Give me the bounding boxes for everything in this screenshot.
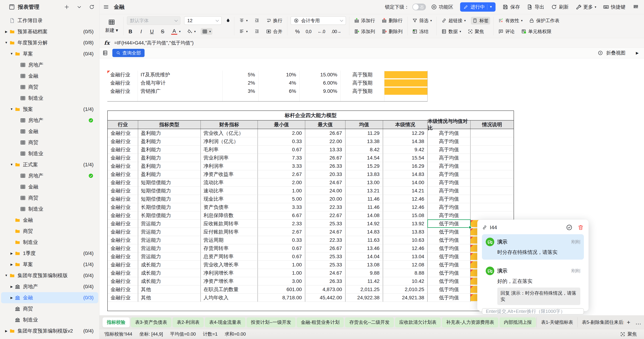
sidebar-item-制造业[interactable]: 制造业 — [1, 203, 98, 215]
column-header[interactable]: 均值 — [346, 120, 383, 129]
cell[interactable]: 9.88 — [346, 269, 383, 277]
refresh-tree-icon[interactable] — [89, 4, 95, 10]
cell[interactable]: 12.46 — [383, 203, 428, 211]
font-color-button[interactable]: A▾ — [170, 27, 182, 35]
cell[interactable]: 速动比率 — [201, 187, 258, 195]
cell[interactable]: 20.33 — [305, 170, 346, 178]
cell[interactable]: 营运能力 — [138, 236, 201, 244]
note-cell[interactable] — [470, 211, 514, 219]
cell[interactable]: 5% — [223, 71, 258, 79]
cell[interactable]: 6.00% — [300, 79, 340, 87]
cell[interactable]: 金融行业 — [108, 137, 138, 145]
column-header[interactable]: 指标类型 — [138, 120, 201, 129]
cell[interactable]: 26.33 — [305, 277, 346, 285]
tree-caret-icon[interactable]: ▶ — [8, 285, 15, 289]
freeze-button[interactable]: 冻结 — [411, 28, 430, 35]
cell[interactable]: 盈利能力 — [138, 137, 201, 145]
cell[interactable]: 高于均值 — [428, 170, 470, 178]
sidebar-item-商贸[interactable]: 商贸 — [1, 303, 98, 314]
cell[interactable]: 金融行业 — [108, 170, 138, 178]
cell[interactable]: 5.00 — [258, 195, 305, 203]
column-header[interactable]: 本级情况与均值对比 — [428, 120, 470, 129]
cell[interactable]: 0.33 — [258, 236, 305, 244]
tree-caret-icon[interactable]: ▼ — [8, 107, 15, 111]
cell[interactable]: 低于均值 — [428, 228, 470, 236]
cell[interactable]: 毛利率 — [201, 146, 258, 154]
cell[interactable]: 2,011.25 — [346, 285, 383, 293]
tree-caret-icon[interactable]: ▼ — [8, 52, 15, 56]
add-row-button[interactable]: 添加行 — [352, 17, 376, 24]
focus-button[interactable]: 聚焦 — [466, 28, 486, 35]
cell[interactable]: 14.54 — [346, 154, 383, 162]
data-button[interactable]: 数据▾ — [440, 28, 462, 35]
query-panel-icon[interactable] — [102, 50, 108, 56]
cell[interactable]: 3.33 — [258, 162, 305, 170]
cell[interactable]: 24,921.38 — [383, 294, 428, 302]
cell[interactable]: 15.08 — [383, 211, 428, 219]
cell[interactable]: 25.33 — [305, 261, 346, 269]
cell[interactable]: 高于均值 — [428, 203, 470, 211]
cell[interactable]: 人均年收入 — [201, 294, 258, 302]
indent-button[interactable] — [253, 17, 261, 24]
cell-permission-button[interactable]: 单元格权限 — [520, 28, 553, 35]
cell[interactable]: 金融行业 — [108, 277, 138, 285]
cell[interactable]: 14.04 — [346, 253, 383, 261]
cell[interactable]: 其他 — [138, 285, 201, 293]
export-button[interactable]: 导出 — [525, 4, 546, 10]
more-button[interactable]: 更多▾ — [574, 4, 598, 10]
cell[interactable]: 13.00 — [346, 178, 383, 186]
cell[interactable]: 12.08 — [383, 261, 428, 269]
cell[interactable]: 26.67 — [305, 154, 346, 162]
font-size-select[interactable]: 12 — [184, 16, 222, 25]
tree-caret-icon[interactable]: ▶ — [8, 252, 15, 255]
comment-button[interactable]: 评论 — [497, 28, 516, 35]
cell[interactable]: 24.00 — [305, 187, 346, 195]
cell[interactable]: 资产负债率 — [201, 203, 258, 211]
comma-style-button[interactable]: 0,0 — [306, 29, 312, 34]
collapse-view-label[interactable]: 折叠视图 — [606, 50, 626, 56]
cell[interactable]: 22.33 — [305, 236, 346, 244]
cell[interactable]: 流动比率 — [201, 178, 258, 186]
cell[interactable]: 现金比率 — [201, 195, 258, 203]
tab-表2-利润表[interactable]: 表2-利润表 — [172, 317, 204, 327]
tag-button[interactable]: 标签 — [471, 17, 490, 24]
cell[interactable]: 13.08 — [346, 261, 383, 269]
protect-sheet-button[interactable]: 保护工作表 — [528, 17, 561, 24]
cell[interactable]: 金融行业 — [108, 244, 138, 252]
sidebar-item-房地产[interactable]: 房地产 — [1, 170, 98, 181]
cell[interactable]: 9.42 — [383, 146, 428, 154]
cell[interactable]: 13.38 — [346, 137, 383, 145]
sidebar-item-草案[interactable]: ▶草案(1/4) — [1, 259, 98, 270]
cell[interactable]: 10% — [258, 71, 300, 79]
cell[interactable]: 0.67 — [258, 146, 305, 154]
cell[interactable]: 金融行业 — [107, 87, 138, 95]
shortcuts-button[interactable]: 快捷键 — [601, 4, 627, 10]
cell[interactable]: 26.33 — [305, 162, 346, 170]
cell[interactable]: 低于均值 — [428, 269, 470, 277]
delete-row-button[interactable]: 删除行 — [380, 17, 404, 24]
cell[interactable]: 高于预期 — [340, 79, 384, 87]
spreadsheet-canvas[interactable]: 金融行业IT及系统维护5%10%15.00%高于预期金融行业合规与审计2%4%6… — [100, 58, 644, 316]
cell[interactable]: 低于均值 — [428, 261, 470, 269]
sidebar-item-制造业[interactable]: 制造业 — [1, 314, 98, 326]
cell[interactable]: 2.00 — [258, 129, 305, 137]
tab-存货去化--二级开发[interactable]: 存货去化--二级开发 — [345, 317, 394, 327]
cell[interactable]: 高于均值 — [428, 129, 470, 137]
cell[interactable]: 601.00 — [258, 285, 305, 293]
cell[interactable]: 2.33 — [258, 220, 305, 228]
chevron-down-icon[interactable] — [76, 4, 82, 10]
tab-指标校验[interactable]: 指标校验 — [102, 317, 130, 327]
cell[interactable]: 金融行业 — [108, 211, 138, 219]
tree-caret-icon[interactable]: ▶ — [3, 329, 9, 333]
cell[interactable]: 14.38 — [383, 137, 428, 145]
cell[interactable]: 应付账款周转率 — [201, 228, 258, 236]
sidebar-item-金融[interactable]: ▶金融(0/3) — [1, 292, 98, 303]
cell[interactable]: 8,718.00 — [258, 294, 305, 302]
cell[interactable]: 8.88 — [383, 269, 428, 277]
cell[interactable]: 金融行业 — [108, 178, 138, 186]
delete-column-button[interactable]: 删除列 — [380, 28, 404, 35]
cell[interactable] — [384, 71, 427, 79]
cell[interactable]: 12.46 — [383, 195, 428, 203]
borders-button[interactable]: ▾ — [201, 28, 212, 35]
cell[interactable]: 营销推广 — [138, 87, 223, 95]
